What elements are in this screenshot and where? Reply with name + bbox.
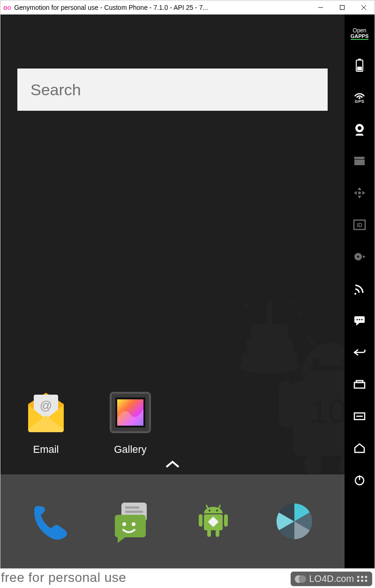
svg-rect-34 xyxy=(125,511,143,513)
svg-marker-57 xyxy=(358,196,361,199)
sidebar-screencast[interactable] xyxy=(346,146,373,176)
sidebar-disk-io[interactable] xyxy=(346,242,373,272)
phone-icon xyxy=(30,500,72,542)
svg-point-23 xyxy=(285,292,287,295)
sms-icon xyxy=(353,315,366,326)
svg-rect-50 xyxy=(357,67,362,70)
maximize-button[interactable] xyxy=(331,0,353,15)
svg-line-25 xyxy=(298,310,302,315)
dock-camera[interactable] xyxy=(271,498,318,545)
battery-icon xyxy=(354,58,365,72)
dock-messages[interactable] xyxy=(108,498,155,545)
recent-apps-icon xyxy=(353,380,366,389)
sidebar-identifiers[interactable]: ID xyxy=(346,210,373,240)
sidebar-sms[interactable] xyxy=(346,305,373,336)
svg-point-19 xyxy=(267,301,272,312)
svg-rect-11 xyxy=(340,456,345,474)
webcam-icon xyxy=(353,122,366,136)
disk-icon xyxy=(353,252,366,262)
source-badge: LO4D.com •••••• xyxy=(291,572,373,586)
titlebar[interactable]: oo Genymotion for personal use - Custom … xyxy=(0,0,375,15)
app-label: Email xyxy=(33,443,59,456)
brand-text: LO4D.com xyxy=(309,573,354,584)
svg-rect-8 xyxy=(309,366,345,370)
svg-marker-67 xyxy=(356,323,360,326)
home-body[interactable]: 10 @ Email xyxy=(0,111,345,474)
chevron-up-icon xyxy=(165,459,180,470)
svg-point-36 xyxy=(132,522,135,526)
svg-rect-71 xyxy=(354,382,365,388)
gallery-icon xyxy=(108,390,153,435)
svg-rect-40 xyxy=(207,529,211,537)
svg-text:ID: ID xyxy=(357,222,362,229)
svg-line-42 xyxy=(206,505,208,509)
svg-point-68 xyxy=(357,319,358,321)
svg-rect-15 xyxy=(241,352,298,367)
svg-rect-33 xyxy=(125,506,139,509)
sidebar-back[interactable] xyxy=(346,337,373,367)
svg-point-69 xyxy=(359,319,360,321)
sidebar-network[interactable] xyxy=(346,274,373,304)
app-label: Gallery xyxy=(114,443,147,456)
sidebar-power[interactable] xyxy=(346,465,373,495)
svg-marker-65 xyxy=(363,255,366,258)
svg-point-6 xyxy=(313,358,320,366)
svg-rect-38 xyxy=(199,514,202,527)
sidebar-home[interactable] xyxy=(346,433,373,463)
sidebar-battery[interactable] xyxy=(346,50,373,80)
sidebar-remote[interactable] xyxy=(346,178,373,208)
sidebar-recent[interactable] xyxy=(346,369,373,399)
sidebar-menu[interactable] xyxy=(346,401,373,431)
app-gallery[interactable]: Gallery xyxy=(100,390,161,456)
gps-signal-icon xyxy=(353,91,366,99)
svg-line-24 xyxy=(237,310,241,315)
sidebar-gps[interactable]: GPS xyxy=(346,82,373,112)
svg-point-45 xyxy=(216,510,218,512)
svg-point-35 xyxy=(122,522,126,526)
svg-point-70 xyxy=(361,319,363,321)
svg-rect-9 xyxy=(279,381,293,428)
close-button[interactable] xyxy=(353,0,375,15)
minimize-button[interactable] xyxy=(310,0,331,15)
emulator-sidebar: Open GAPPS GPS ID xyxy=(345,15,375,568)
dock xyxy=(0,474,345,568)
app-drawer-handle[interactable] xyxy=(165,459,180,472)
power-icon xyxy=(353,474,366,486)
svg-rect-16 xyxy=(246,338,293,352)
svg-rect-55 xyxy=(354,157,365,159)
svg-point-21 xyxy=(292,302,294,305)
dock-phone[interactable] xyxy=(27,498,74,545)
messages-icon xyxy=(109,499,154,544)
svg-point-53 xyxy=(358,126,361,130)
dpad-icon xyxy=(353,186,366,199)
svg-marker-59 xyxy=(362,191,365,195)
home-outline-icon xyxy=(353,443,366,453)
android-icon xyxy=(192,500,234,542)
svg-point-64 xyxy=(357,256,359,258)
lo4d-logo-icon xyxy=(294,574,307,584)
svg-rect-39 xyxy=(224,514,228,527)
sidebar-opengapps[interactable]: Open GAPPS xyxy=(346,18,373,48)
application-window: oo Genymotion for personal use - Custom … xyxy=(0,0,375,569)
menu-outline-icon xyxy=(353,412,366,420)
svg-marker-56 xyxy=(358,187,361,190)
app-email[interactable]: @ Email xyxy=(15,390,76,456)
clapperboard-icon xyxy=(353,156,366,166)
svg-rect-72 xyxy=(356,381,363,382)
back-icon xyxy=(352,348,367,357)
wallpaper-android-birthday: 10 xyxy=(213,263,345,474)
search-bar[interactable]: Search xyxy=(17,69,328,111)
dock-apps[interactable] xyxy=(190,498,237,545)
svg-point-60 xyxy=(358,191,361,194)
rss-icon xyxy=(353,283,366,295)
svg-line-43 xyxy=(218,505,220,509)
svg-rect-17 xyxy=(251,324,288,338)
sidebar-camera[interactable] xyxy=(346,114,373,144)
svg-line-12 xyxy=(307,336,314,345)
svg-rect-54 xyxy=(354,160,365,165)
svg-rect-10 xyxy=(305,456,321,474)
svg-rect-18 xyxy=(267,310,272,324)
window-title: Genymotion for personal use - Custom Pho… xyxy=(14,4,310,11)
svg-point-78 xyxy=(299,575,306,583)
android-screen[interactable]: Search xyxy=(0,15,345,568)
